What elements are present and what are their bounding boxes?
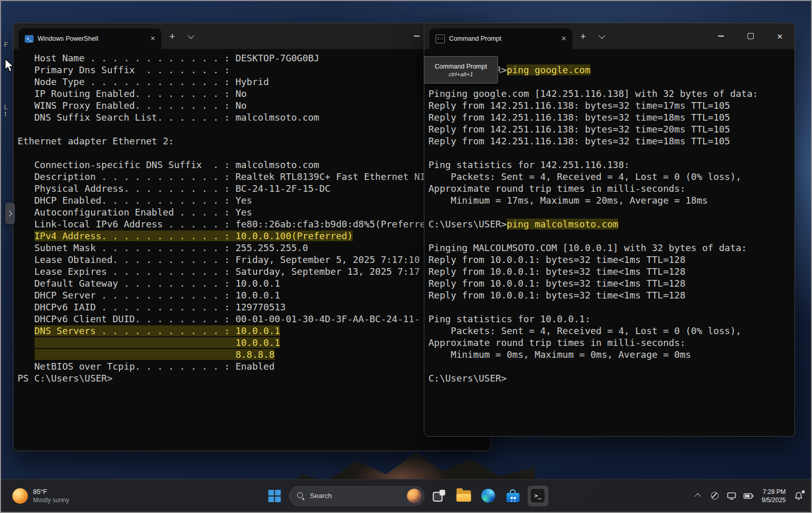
clock-time: 7:28 PM bbox=[761, 488, 786, 496]
terminal-line: Link-local IPv6 Address . . . . . : fe80… bbox=[18, 218, 489, 230]
terminal-line: Reply from 142.251.116.138: bytes=32 tim… bbox=[428, 100, 793, 111]
display-tray-button[interactable] bbox=[724, 489, 739, 503]
cmd-window: Command Prompt × + × C:\Users\USER>ping … bbox=[424, 23, 795, 437]
hidden-icons-button[interactable] bbox=[690, 489, 705, 503]
terminal-line: PS C:\Users\USER> bbox=[18, 372, 489, 384]
terminal-line: IP Routing Enabled. . . . . . . . : No bbox=[18, 88, 489, 100]
taskbar-center: Search bbox=[264, 479, 548, 512]
minimize-icon bbox=[718, 36, 724, 37]
maximize-button[interactable] bbox=[736, 23, 765, 49]
new-tab-button[interactable]: + bbox=[164, 28, 180, 44]
terminal-line bbox=[428, 147, 793, 159]
terminal-line: Reply from 142.251.116.138: bytes=32 tim… bbox=[428, 123, 793, 135]
microsoft-store-button[interactable] bbox=[503, 486, 523, 506]
terminal-line: Approximate round trip times in milli-se… bbox=[428, 183, 793, 194]
terminal-line: WINS Proxy Enabled. . . . . . . . : No bbox=[18, 100, 489, 111]
tooltip-title: Command Prompt bbox=[435, 63, 487, 70]
terminal-line: Node Type . . . . . . . . . . . . : Hybr… bbox=[18, 76, 489, 88]
terminal-line: Physical Address. . . . . . . . . : BC-2… bbox=[18, 183, 489, 194]
tab-title: Command Prompt bbox=[449, 35, 556, 42]
terminal-line: DHCP Server . . . . . . . . . . . : 10.0… bbox=[18, 289, 489, 301]
terminal-line: DHCPv6 Client DUID. . . . . . . . : 00-0… bbox=[18, 313, 489, 325]
taskbar-clock[interactable]: 7:28 PM 9/5/2025 bbox=[761, 488, 786, 504]
terminal-line bbox=[428, 206, 793, 218]
terminal-line: Packets: Sent = 4, Received = 4, Lost = … bbox=[428, 171, 793, 183]
terminal-line: C:\Users\USER> bbox=[428, 372, 793, 384]
task-view-icon bbox=[433, 490, 445, 502]
notification-badge bbox=[802, 490, 805, 493]
edge-button[interactable] bbox=[478, 486, 499, 506]
close-button[interactable]: × bbox=[765, 23, 794, 49]
clock-date: 9/5/2025 bbox=[761, 496, 786, 504]
mouse-cursor bbox=[4, 58, 15, 76]
start-button[interactable] bbox=[264, 486, 285, 506]
cmd-terminal-output[interactable]: C:\Users\USER>ping google.com Pinging go… bbox=[424, 49, 794, 436]
terminal-line: Reply from 142.251.116.138: bytes=32 tim… bbox=[428, 135, 793, 147]
file-explorer-button[interactable] bbox=[453, 486, 474, 506]
system-tray: 7:28 PM 9/5/2025 bbox=[690, 479, 806, 512]
notification-center-button[interactable] bbox=[791, 489, 806, 503]
tab-command-prompt[interactable]: Command Prompt × bbox=[429, 28, 572, 49]
chevron-right-icon bbox=[6, 210, 12, 216]
terminal-line: Lease Obtained. . . . . . . . . . : Frid… bbox=[18, 254, 489, 266]
plus-icon: + bbox=[169, 31, 175, 41]
terminal-line: Ping statistics for 10.0.0.1: bbox=[428, 313, 793, 325]
tab-close-icon[interactable]: × bbox=[150, 35, 156, 43]
terminal-line: Packets: Sent = 4, Received = 4, Lost = … bbox=[428, 325, 793, 337]
powershell-icon bbox=[25, 35, 34, 43]
terminal-button[interactable] bbox=[527, 486, 548, 506]
search-box[interactable]: Search bbox=[289, 486, 424, 506]
tab-tooltip: Command Prompt ctrl+alt+1 bbox=[424, 56, 498, 84]
chevron-down-icon bbox=[599, 32, 605, 39]
edge-panel-handle[interactable] bbox=[5, 203, 15, 224]
powershell-terminal-output[interactable]: Host Name . . . . . . . . . . . . : DESK… bbox=[13, 49, 490, 451]
close-icon: × bbox=[777, 31, 783, 41]
maximize-icon bbox=[748, 33, 754, 39]
terminal-line: Minimum = 17ms, Maximum = 20ms, Average … bbox=[428, 194, 793, 206]
tab-title: Windows PowerShell bbox=[38, 35, 145, 42]
tab-dropdown-button[interactable] bbox=[594, 28, 609, 44]
weather-condition: Mostly sunny bbox=[33, 497, 69, 504]
folder-icon bbox=[456, 490, 471, 502]
do-not-disturb-icon bbox=[711, 492, 719, 500]
terminal-line: Reply from 10.0.0.1: bytes=32 time<1ms T… bbox=[428, 289, 793, 301]
battery-tray-button[interactable] bbox=[741, 489, 756, 503]
terminal-line: Pinging MALCOLMSOTO.COM [10.0.0.1] with … bbox=[428, 242, 793, 254]
weather-widget[interactable]: 85°F Mostly sunny bbox=[12, 479, 69, 512]
do-not-disturb-button[interactable] bbox=[707, 489, 722, 503]
store-icon bbox=[507, 489, 520, 502]
tab-windows-powershell[interactable]: Windows PowerShell × bbox=[19, 28, 161, 49]
terminal-line: Minimum = 0ms, Maximum = 0ms, Average = … bbox=[428, 349, 793, 360]
minimize-icon bbox=[414, 36, 420, 37]
terminal-line: Ethernet adapter Ethernet 2: bbox=[18, 135, 489, 147]
chevron-down-icon bbox=[188, 32, 194, 39]
search-highlight-image[interactable] bbox=[407, 489, 421, 503]
task-view-button[interactable] bbox=[428, 486, 449, 506]
terminal-line: 10.0.0.1 bbox=[18, 337, 489, 349]
tab-dropdown-button[interactable] bbox=[183, 28, 198, 44]
terminal-line: DHCP Enabled. . . . . . . . . . . : Yes bbox=[18, 194, 489, 206]
terminal-line: Subnet Mask . . . . . . . . . . . : 255.… bbox=[18, 242, 489, 254]
search-placeholder: Search bbox=[310, 492, 402, 500]
terminal-line: Connection-specific DNS Suffix . : malco… bbox=[18, 159, 489, 171]
terminal-line: Reply from 142.251.116.138: bytes=32 tim… bbox=[428, 111, 793, 123]
terminal-line bbox=[18, 147, 489, 159]
terminal-line: Ping statistics for 142.251.116.138: bbox=[428, 159, 793, 171]
terminal-line: Lease Expires . . . . . . . . . . : Satu… bbox=[18, 266, 489, 277]
chevron-up-icon bbox=[694, 493, 701, 500]
taskbar: 85°F Mostly sunny Search bbox=[1, 479, 811, 512]
powershell-titlebar[interactable]: Windows PowerShell × + × bbox=[13, 23, 490, 49]
terminal-line: DNS Servers . . . . . . . . . . . : 10.0… bbox=[18, 325, 489, 337]
terminal-line: Reply from 10.0.0.1: bytes=32 time<1ms T… bbox=[428, 266, 793, 277]
cmd-titlebar[interactable]: Command Prompt × + × bbox=[424, 23, 794, 49]
minimize-button[interactable] bbox=[706, 23, 736, 49]
new-tab-button[interactable]: + bbox=[575, 28, 591, 44]
sun-icon bbox=[12, 488, 28, 504]
desktop-icon-label-fragment: L bbox=[4, 104, 8, 111]
cmd-caption-buttons: × bbox=[706, 23, 794, 49]
tab-close-icon[interactable]: × bbox=[560, 35, 567, 43]
terminal-line: Description . . . . . . . . . . . : Real… bbox=[18, 171, 489, 183]
edge-icon bbox=[482, 489, 495, 503]
terminal-line bbox=[428, 360, 793, 372]
plus-icon: + bbox=[580, 31, 586, 41]
